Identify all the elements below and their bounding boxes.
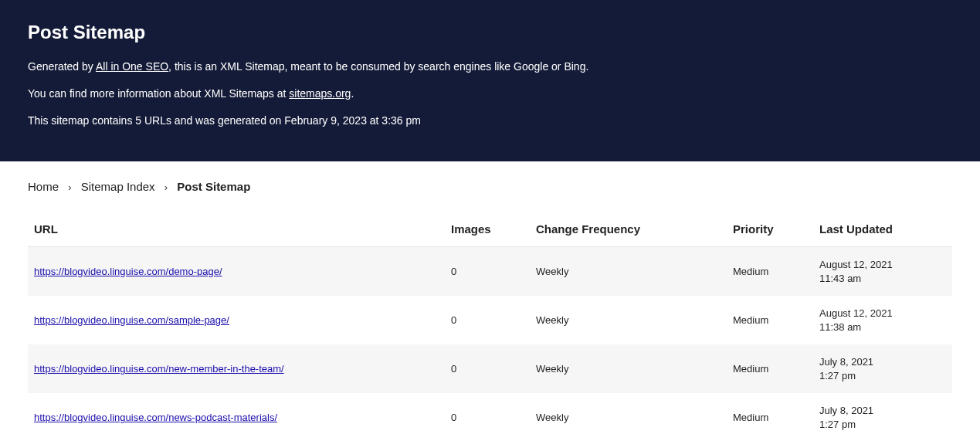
chevron-right-icon: › <box>164 181 168 193</box>
page-title: Post Sitemap <box>28 22 952 43</box>
cell-updated: August 12, 202111:43 am <box>813 247 952 297</box>
cell-images: 0 <box>445 393 530 434</box>
sitemap-table: URL Images Change Frequency Priority Las… <box>28 215 952 434</box>
content-area: Home › Sitemap Index › Post Sitemap URL … <box>0 161 980 434</box>
cell-priority: Medium <box>727 296 813 344</box>
col-header-url: URL <box>28 215 445 247</box>
sitemap-url-link[interactable]: https://blogvideo.linguise.com/demo-page… <box>34 266 222 277</box>
cell-url: https://blogvideo.linguise.com/demo-page… <box>28 247 445 297</box>
header-text: , this is an XML Sitemap, meant to be co… <box>168 60 588 73</box>
header-text: . <box>351 87 354 100</box>
cell-images: 0 <box>445 296 530 344</box>
sitemap-url-link[interactable]: https://blogvideo.linguise.com/news-podc… <box>34 412 277 423</box>
cell-updated: July 8, 20211:27 pm <box>813 344 952 393</box>
cell-url: https://blogvideo.linguise.com/new-membe… <box>28 344 445 393</box>
header-line-3: This sitemap contains 5 URLs and was gen… <box>28 113 952 129</box>
header-line-1: Generated by All in One SEO, this is an … <box>28 59 952 75</box>
table-row: https://blogvideo.linguise.com/new-membe… <box>28 344 952 393</box>
col-header-priority: Priority <box>727 215 813 247</box>
cell-url: https://blogvideo.linguise.com/sample-pa… <box>28 296 445 344</box>
cell-images: 0 <box>445 247 530 297</box>
sitemaps-org-link[interactable]: sitemaps.org <box>289 87 351 100</box>
table-row: https://blogvideo.linguise.com/demo-page… <box>28 247 952 297</box>
cell-priority: Medium <box>727 393 813 434</box>
cell-frequency: Weekly <box>530 344 727 393</box>
table-header-row: URL Images Change Frequency Priority Las… <box>28 215 952 247</box>
table-row: https://blogvideo.linguise.com/news-podc… <box>28 393 952 434</box>
cell-priority: Medium <box>727 247 813 297</box>
cell-frequency: Weekly <box>530 247 727 297</box>
chevron-right-icon: › <box>68 181 71 193</box>
header-line-2: You can find more information about XML … <box>28 86 952 102</box>
table-row: https://blogvideo.linguise.com/sample-pa… <box>28 296 952 344</box>
cell-frequency: Weekly <box>530 393 727 434</box>
sitemap-url-link[interactable]: https://blogvideo.linguise.com/new-membe… <box>34 363 284 375</box>
sitemap-url-link[interactable]: https://blogvideo.linguise.com/sample-pa… <box>34 314 229 326</box>
breadcrumb-home[interactable]: Home <box>28 180 59 193</box>
all-in-one-seo-link[interactable]: All in One SEO <box>96 60 168 73</box>
header-text: Generated by <box>28 60 96 73</box>
col-header-updated: Last Updated <box>813 215 952 247</box>
cell-updated: August 12, 202111:38 am <box>813 296 952 344</box>
cell-priority: Medium <box>727 344 813 393</box>
cell-updated: July 8, 20211:27 pm <box>813 393 952 434</box>
cell-frequency: Weekly <box>530 296 727 344</box>
breadcrumb-current: Post Sitemap <box>177 180 250 193</box>
header-text: You can find more information about XML … <box>28 87 289 100</box>
page-header: Post Sitemap Generated by All in One SEO… <box>0 0 980 161</box>
breadcrumb-sitemap-index[interactable]: Sitemap Index <box>81 180 155 193</box>
breadcrumb: Home › Sitemap Index › Post Sitemap <box>28 180 952 193</box>
col-header-frequency: Change Frequency <box>530 215 727 247</box>
col-header-images: Images <box>445 215 530 247</box>
cell-url: https://blogvideo.linguise.com/news-podc… <box>28 393 445 434</box>
cell-images: 0 <box>445 344 530 393</box>
